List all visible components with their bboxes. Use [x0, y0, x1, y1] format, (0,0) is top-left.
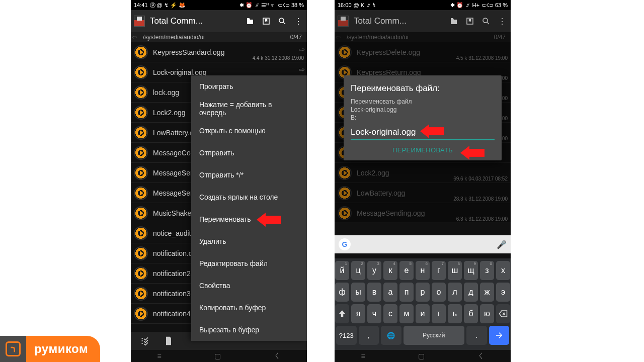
home-icon[interactable]: ▢	[214, 352, 221, 360]
key-и[interactable]: и	[416, 304, 430, 323]
key-г[interactable]: г7	[432, 261, 446, 280]
context-menu-item[interactable]: Удалить	[191, 230, 307, 252]
bookmark-icon[interactable]	[261, 16, 272, 27]
audio-icon	[134, 307, 148, 321]
key-в[interactable]: в	[367, 283, 381, 302]
key-ц[interactable]: ц2	[351, 261, 365, 280]
folder-icon[interactable]	[448, 16, 459, 27]
key-ш[interactable]: ш8	[448, 261, 462, 280]
audio-icon	[134, 85, 148, 100]
context-menu-item[interactable]: Переименовать	[191, 208, 307, 230]
search-icon[interactable]	[480, 16, 492, 27]
select-icon[interactable]	[140, 335, 151, 346]
key-н[interactable]: н6	[416, 261, 430, 280]
overflow-icon[interactable]: ⋮	[293, 16, 304, 27]
context-menu-item[interactable]: Отправить	[191, 142, 307, 164]
key-й[interactable]: й1	[335, 261, 349, 280]
google-icon[interactable]: G	[339, 238, 351, 250]
audio-icon	[134, 106, 148, 120]
mic-icon[interactable]: 🎤	[497, 240, 507, 249]
key-ж[interactable]: ж	[480, 283, 494, 302]
key-а[interactable]: а	[383, 283, 397, 302]
key-т[interactable]: т	[432, 304, 446, 323]
rename-confirm-button[interactable]: ПЕРЕИМЕНОВАТЬ	[392, 146, 453, 154]
context-menu-item[interactable]: Отправить */*	[191, 164, 307, 186]
red-arrow	[420, 124, 444, 138]
audio-icon	[134, 45, 148, 59]
context-menu-item[interactable]: Вырезать в буфер	[191, 319, 307, 341]
context-menu-item[interactable]: Редактировать файл	[191, 252, 307, 275]
audio-icon	[134, 65, 148, 79]
app-bar: Total Comm... ⋮	[335, 10, 511, 32]
key-л[interactable]: л	[448, 283, 462, 302]
key-к[interactable]: к4	[383, 261, 397, 280]
status-bar: 14:41ⓟ @ ↯ ⚡ 🦊 ✱ ⏰ ⫽ ☰ᴴ ᯤ⊂☇⊃ 38 %	[131, 0, 307, 10]
context-menu-item[interactable]: Копировать в буфер	[191, 297, 307, 319]
file-icon[interactable]	[163, 335, 174, 346]
key-у[interactable]: у3	[367, 261, 381, 280]
key-ы[interactable]: ы	[351, 283, 365, 302]
svg-point-0	[279, 18, 284, 23]
brand-badge: ר румиком	[0, 336, 100, 362]
audio-icon	[134, 206, 148, 220]
dialog-title: Переименовать файл:	[351, 83, 495, 94]
key-п[interactable]: п	[399, 283, 414, 302]
context-menu-item[interactable]: Нажатие = добавить в очередь	[191, 98, 307, 120]
key-enter[interactable]	[489, 326, 510, 345]
key-backspace[interactable]	[496, 304, 510, 323]
key-ф[interactable]: ф	[335, 283, 349, 302]
status-bar: 16:00@ K ⫽ ↯ ✱ ⏰ ⫽ H+⊂☇⊃ 63 %	[335, 0, 511, 10]
back-icon[interactable]: く	[274, 351, 281, 360]
key-dot[interactable]: .	[466, 326, 487, 345]
key-б[interactable]: б	[464, 304, 478, 323]
folder-icon[interactable]	[245, 16, 256, 27]
audio-icon	[134, 186, 148, 200]
arrow-icon: ⇨	[299, 65, 305, 73]
audio-icon	[134, 246, 148, 260]
audio-icon	[134, 166, 148, 180]
key-symbols[interactable]: ?123	[336, 326, 357, 345]
key-х[interactable]: х	[496, 261, 510, 280]
audio-icon	[134, 226, 148, 240]
back-icon[interactable]: く	[477, 351, 485, 360]
key-е[interactable]: е5	[399, 261, 414, 280]
suggestion-bar: G 🎤	[335, 235, 511, 253]
keyboard: й1ц2у3к4е5н6г7ш8щ9з0хфывапролджэячсмитьб…	[335, 258, 511, 350]
key-щ[interactable]: щ9	[464, 261, 478, 280]
key-lang[interactable]: 🌐	[381, 326, 401, 345]
key-ь[interactable]: ь	[448, 304, 462, 323]
breadcrumb[interactable]: ⇦ /system/media/audio/ui0/47	[131, 32, 307, 42]
overflow-icon[interactable]: ⋮	[497, 16, 508, 27]
search-icon[interactable]	[277, 16, 288, 27]
key-ч[interactable]: ч	[367, 304, 381, 323]
file-row[interactable]: KeypressStandard.ogg4.4 k 31.12.2008 19:…	[131, 42, 307, 62]
home-icon[interactable]: ▢	[418, 352, 425, 360]
red-arrow	[460, 146, 485, 160]
key-comma[interactable]: ,	[359, 326, 379, 345]
red-arrow	[257, 213, 281, 227]
key-р[interactable]: р	[416, 283, 430, 302]
key-з[interactable]: з0	[480, 261, 494, 280]
app-icon	[338, 16, 349, 27]
app-icon	[134, 16, 145, 27]
key-с[interactable]: с	[383, 304, 397, 323]
recent-icon[interactable]: ≡	[157, 352, 161, 360]
bookmark-icon[interactable]	[464, 16, 475, 27]
key-space[interactable]: Русский	[404, 326, 465, 345]
key-я[interactable]: я	[351, 304, 365, 323]
key-м[interactable]: м	[399, 304, 414, 323]
recent-icon[interactable]: ≡	[361, 352, 365, 360]
context-menu-item[interactable]: Свойства	[191, 275, 307, 297]
android-nav: ≡ ▢ く	[335, 350, 511, 362]
key-э[interactable]: э	[496, 283, 510, 302]
key-ю[interactable]: ю	[480, 304, 494, 323]
audio-icon	[134, 287, 148, 301]
context-menu-item[interactable]: Открыть с помощью	[191, 120, 307, 142]
context-menu-item[interactable]: Проиграть	[191, 75, 307, 98]
app-bar: Total Comm... ⋮	[131, 10, 307, 32]
key-д[interactable]: д	[464, 283, 478, 302]
key-shift[interactable]	[335, 304, 349, 323]
key-о[interactable]: о	[432, 283, 446, 302]
context-menu-item[interactable]: Создать ярлык на столе	[191, 186, 307, 208]
context-menu: ПроигратьНажатие = добавить в очередьОтк…	[191, 75, 307, 341]
